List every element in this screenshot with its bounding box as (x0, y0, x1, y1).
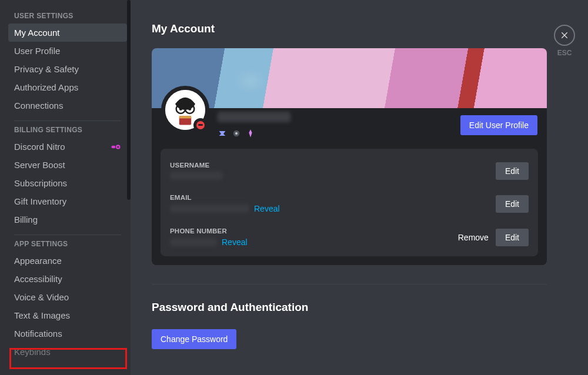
edit-user-profile-button[interactable]: Edit User Profile (460, 115, 537, 135)
hypesquad-badge-icon (218, 129, 227, 138)
sidebar-item-subscriptions[interactable]: Subscriptions (8, 174, 127, 192)
sidebar-item-accessibility[interactable]: Accessibility (8, 270, 127, 288)
field-label: PHONE NUMBER (170, 227, 451, 235)
page-title: My Account (152, 22, 547, 35)
active-developer-badge-icon (232, 129, 241, 138)
sidebar-item-privacy-safety[interactable]: Privacy & Safety (8, 60, 127, 78)
svg-rect-9 (179, 116, 191, 118)
svg-point-7 (188, 107, 191, 110)
sidebar-item-voice-video[interactable]: Voice & Video (8, 288, 127, 306)
svg-rect-1 (112, 145, 116, 148)
close-button[interactable] (554, 25, 575, 46)
status-dnd-icon (193, 118, 208, 132)
section-header-app-settings: APP SETTINGS (14, 240, 127, 248)
field-phone: PHONE NUMBER Reveal Remove Edit (170, 224, 529, 250)
sidebar-item-billing[interactable]: Billing (8, 210, 127, 229)
reveal-email-link[interactable]: Reveal (254, 204, 280, 213)
sidebar-item-server-boost[interactable]: Server Boost (8, 156, 127, 174)
display-name-redacted (218, 112, 290, 122)
reveal-phone-link[interactable]: Reveal (222, 237, 248, 247)
section-header-billing-settings: BILLING SETTINGS (14, 126, 127, 134)
phone-redacted (170, 238, 217, 246)
svg-point-11 (235, 132, 238, 135)
profile-card: Edit User Profile USERNAME Edit (152, 48, 547, 265)
field-email: EMAIL Reveal Edit (170, 190, 529, 224)
sidebar-item-label: Accessibility (14, 274, 62, 284)
nitro-badge-icon (246, 129, 255, 138)
password-section-title: Password and Authentication (152, 301, 547, 314)
account-info-box: USERNAME Edit EMAIL Reveal (161, 149, 538, 256)
email-redacted (170, 205, 249, 213)
field-label: USERNAME (170, 162, 496, 169)
sidebar-item-label: Billing (14, 215, 38, 225)
sidebar-item-label: Appearance (14, 256, 62, 266)
sidebar-item-my-account[interactable]: My Account (8, 24, 127, 42)
sidebar-item-keybinds[interactable]: Keybinds (8, 343, 127, 361)
sidebar-item-gift-inventory[interactable]: Gift Inventory (8, 192, 127, 210)
sidebar-item-label: Server Boost (14, 160, 65, 170)
profile-banner (152, 48, 547, 108)
sidebar-item-text-images[interactable]: Text & Images (8, 306, 127, 324)
sidebar-item-user-profile[interactable]: User Profile (8, 42, 127, 60)
settings-sidebar: USER SETTINGS My Account User Profile Pr… (0, 0, 131, 375)
sidebar-item-authorized-apps[interactable]: Authorized Apps (8, 78, 127, 96)
sidebar-item-label: Authorized Apps (14, 82, 78, 92)
sidebar-item-discord-nitro[interactable]: Discord Nitro (8, 138, 127, 156)
edit-email-button[interactable]: Edit (496, 195, 529, 213)
sidebar-item-label: Notifications (14, 329, 62, 339)
sidebar-item-label: User Profile (14, 46, 60, 56)
username-redacted (170, 172, 223, 180)
sidebar-item-label: My Account (14, 28, 60, 38)
sidebar-item-appearance[interactable]: Appearance (8, 252, 127, 270)
sidebar-item-label: Privacy & Safety (14, 64, 79, 74)
esc-label: ESC (557, 49, 572, 57)
sidebar-divider (14, 120, 121, 121)
profile-badges (218, 129, 290, 138)
svg-point-2 (117, 146, 119, 148)
sidebar-item-label: Keybinds (14, 347, 51, 357)
close-icon (560, 31, 569, 40)
sidebar-item-connections[interactable]: Connections (8, 96, 127, 115)
field-label: EMAIL (170, 194, 496, 201)
nitro-icon (111, 143, 121, 151)
sidebar-item-label: Voice & Video (14, 292, 69, 302)
sidebar-item-label: Text & Images (14, 310, 70, 320)
section-header-user-settings: USER SETTINGS (14, 12, 127, 20)
sidebar-item-label: Subscriptions (14, 178, 67, 188)
remove-phone-button[interactable]: Remove (451, 229, 496, 246)
sidebar-item-label: Connections (14, 101, 63, 111)
sidebar-item-label: Discord Nitro (14, 142, 65, 152)
field-username: USERNAME Edit (170, 158, 529, 190)
svg-point-6 (179, 107, 182, 110)
change-password-button[interactable]: Change Password (152, 329, 236, 349)
settings-content: ESC My Account (131, 0, 588, 375)
sidebar-item-label: Gift Inventory (14, 196, 66, 206)
content-divider (152, 284, 547, 284)
edit-username-button[interactable]: Edit (496, 162, 529, 180)
sidebar-item-notifications[interactable]: Notifications (8, 324, 127, 343)
sidebar-divider (14, 235, 121, 235)
edit-phone-button[interactable]: Edit (496, 229, 529, 246)
avatar-container (161, 86, 209, 134)
